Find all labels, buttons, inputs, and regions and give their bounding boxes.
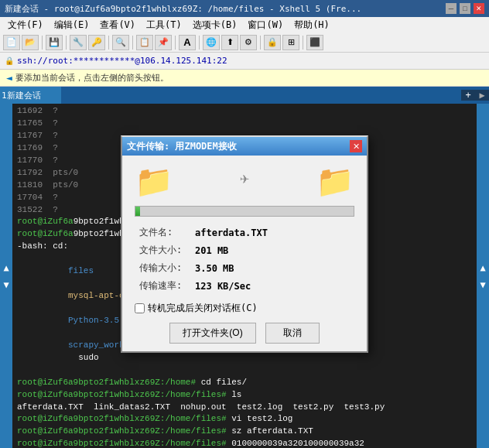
side-nav-right-down-icon[interactable]: ▼ (480, 279, 485, 290)
toolbar-key[interactable]: 🔑 (88, 35, 105, 50)
file-info-table: 文件名: afterdata.TXT 文件大小: 201 MB 传输大小: 3.… (135, 223, 354, 296)
side-nav-right-up-icon[interactable]: ▲ (480, 262, 485, 273)
modal-close-button[interactable]: ✕ (350, 140, 362, 152)
checkbox-row: 转机完成后关闭对话框(C) (135, 302, 354, 315)
filesize-value: 201 MB (192, 242, 353, 258)
terminal-line: 11692 ? (17, 105, 472, 118)
modal-icons: 📁 ✈ 📁 (135, 163, 354, 200)
toolbar-screen[interactable]: ⊞ (282, 35, 299, 50)
toolbar-sep1 (42, 36, 43, 50)
toolbar-props[interactable]: 🔧 (70, 35, 87, 50)
progress-bar-fill (135, 207, 140, 216)
transferred-value: 3.50 MB (192, 260, 353, 276)
toolbar-open[interactable]: 📂 (22, 35, 39, 50)
filename-label: 文件名: (136, 224, 190, 241)
toolbar-sep3 (108, 36, 109, 50)
close-dialog-label: 转机完成后关闭对话框(C) (148, 302, 258, 315)
modal-buttons: 打开文件夹(O) 取消 (135, 323, 354, 344)
toolbar-sftp[interactable]: ⬆ (221, 35, 238, 50)
toolbar-new[interactable]: 📄 (3, 35, 20, 50)
minimize-button[interactable]: ─ (446, 3, 457, 14)
toolbar: 📄 📂 💾 🔧 🔑 🔍 📋 📌 A 🌐 ⬆ ⚙ 🔒 ⊞ ⬛ (0, 32, 489, 53)
tab-bar: 1新建会话 + ▶ (0, 87, 489, 104)
folder-right-icon: 📁 (316, 163, 354, 200)
close-dialog-checkbox[interactable] (135, 303, 145, 313)
progress-bar-container (135, 206, 354, 217)
info-text: 要添加当前会话，点击左侧的箭头按钮。 (15, 72, 169, 84)
terminal-line: 11765 ? (17, 118, 472, 130)
menu-edit[interactable]: 编辑(E) (50, 18, 94, 32)
content-area: 1新建会话 + ▶ ▲ ▼ 11692 ? 11765 ? 11767 ? 11… (0, 87, 489, 448)
side-nav-down-icon[interactable]: ▼ (3, 279, 9, 290)
toolbar-sep7 (260, 36, 261, 50)
zmodem-dialog: 文件传输: 用ZMODEM接收 ✕ 📁 ✈ 📁 (121, 135, 368, 353)
terminal-line: root@iZuf6a9bpto2f1whblxz69Z:/home/files… (17, 389, 472, 402)
terminal-line: root@iZuf6a9bpto2f1whblxz69Z:/home/files… (17, 426, 472, 438)
address-text: ssh://root:************@106.14.125.141:2… (17, 56, 227, 66)
menu-tabs[interactable]: 选项卡(B) (188, 18, 242, 32)
side-nav-right: ▲ ▼ (477, 104, 489, 448)
menu-help[interactable]: 帮助(H) (289, 18, 334, 32)
toolbar-paste[interactable]: 📌 (155, 35, 172, 50)
maximize-button[interactable]: □ (460, 3, 470, 14)
toolbar-globe[interactable]: 🌐 (203, 35, 220, 50)
menu-bar: 文件(F) 编辑(E) 查看(V) 工具(T) 选项卡(B) 窗口(W) 帮助(… (0, 17, 489, 32)
session-tab-label: 1新建会话 (2, 90, 41, 101)
session-tab[interactable]: 1新建会话 (0, 87, 62, 104)
toolbar-maximize[interactable]: ⬛ (306, 35, 323, 50)
table-row: 文件名: afterdata.TXT (136, 224, 353, 241)
side-nav-left: ▲ ▼ (0, 104, 12, 448)
info-bar: ◄ 要添加当前会话，点击左侧的箭头按钮。 (0, 70, 489, 87)
transferred-label: 传输大小: (136, 260, 190, 276)
table-row: 传输速率: 123 KB/Sec (136, 278, 353, 294)
filename-value: afterdata.TXT (192, 224, 353, 241)
lock-icon: 🔒 (5, 56, 14, 65)
toolbar-search[interactable]: 🔍 (112, 35, 129, 50)
table-row: 文件大小: 201 MB (136, 242, 353, 258)
terminal-line: root@iZuf6a9bpto2f1whblxz69Z:/home/files… (17, 413, 472, 426)
menu-view[interactable]: 查看(V) (95, 18, 140, 32)
close-button[interactable]: ✕ (474, 3, 484, 14)
tab-nav-right[interactable]: ▶ (475, 90, 489, 101)
toolbar-lock[interactable]: 🔒 (264, 35, 281, 50)
title-bar: 新建会话 - root@iZuf6a9bpto2f1whblxz69Z: /ho… (0, 0, 489, 17)
terminal-line: afterdata.TXT link_datas2.TXT nohup.out … (17, 402, 472, 414)
speed-value: 123 KB/Sec (192, 278, 353, 294)
arrow-left-icon: ◄ (6, 72, 12, 84)
open-folder-button[interactable]: 打开文件夹(O) (169, 323, 255, 344)
menu-window[interactable]: 窗口(W) (243, 18, 288, 32)
menu-file[interactable]: 文件(F) (3, 18, 48, 32)
toolbar-sep5 (175, 36, 176, 50)
menu-tools[interactable]: 工具(T) (142, 18, 186, 32)
toolbar-sep4 (132, 36, 133, 50)
window-title: 新建会话 - root@iZuf6a9bpto2f1whblxz69Z: /ho… (5, 3, 361, 15)
modal-titlebar: 文件传输: 用ZMODEM接收 ✕ (122, 137, 367, 156)
address-bar: 🔒 ssh://root:************@106.14.125.141… (0, 53, 489, 70)
toolbar-sep8 (303, 36, 303, 50)
terminal-line: root@iZuf6a9bpto2f1whblxz69Z:/home/files… (17, 438, 472, 448)
speed-label: 传输速率: (136, 278, 190, 294)
folder-left-icon: 📁 (135, 163, 173, 200)
modal-body: 📁 ✈ 📁 文件名: afterdata.TXT (122, 156, 367, 351)
filesize-label: 文件大小: (136, 242, 190, 258)
toolbar-sep6 (199, 36, 200, 50)
tab-add-button[interactable]: + (461, 90, 475, 101)
toolbar-save[interactable]: 💾 (46, 35, 63, 50)
xshell-window: 新建会话 - root@iZuf6a9bpto2f1whblxz69Z: /ho… (0, 0, 489, 448)
toolbar-font[interactable]: A (179, 35, 196, 50)
toolbar-copy[interactable]: 📋 (136, 35, 153, 50)
cancel-button[interactable]: 取消 (265, 323, 320, 344)
title-bar-controls: ─ □ ✕ (446, 3, 484, 14)
terminal-line: root@iZuf6a9bpto2f1whblxz69Z:/home# cd f… (17, 377, 472, 389)
toolbar-cfg[interactable]: ⚙ (240, 35, 257, 50)
modal-title: 文件传输: 用ZMODEM接收 (127, 140, 237, 153)
side-nav-up-icon[interactable]: ▲ (3, 262, 9, 273)
table-row: 传输大小: 3.50 MB (136, 260, 353, 276)
transfer-arrow-icon: ✈ (240, 169, 249, 187)
toolbar-sep2 (66, 36, 67, 50)
